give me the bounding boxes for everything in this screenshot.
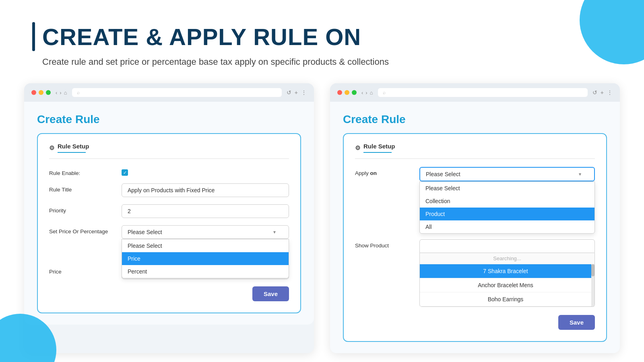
- set-price-control: Please Select ▾ Please Select Price Perc…: [122, 225, 289, 239]
- left-browser-body: Create Rule ⚙ Rule Setup Rule Enable: ✓: [24, 102, 314, 325]
- main-content: ‹ › ⌂ ⌕ ↺ + ⋮ Create Rule ⚙ Rule Setup: [0, 79, 644, 353]
- right-browser-window: ‹ › ⌂ ⌕ ↺ + ⋮ Create Rule ⚙ Rule Setup: [330, 83, 620, 353]
- right-browser-toolbar: ‹ › ⌂ ⌕ ↺ + ⋮: [330, 83, 620, 102]
- apply-on-arrow-icon: ▾: [579, 171, 581, 177]
- right-rule-card-header: ⚙ Rule Setup: [355, 143, 595, 159]
- page-title: CREATE & APPLY RULE ON: [42, 23, 361, 50]
- rule-title-row: Rule Title: [49, 183, 289, 197]
- dot-yellow[interactable]: [39, 90, 43, 95]
- nav-home-icon[interactable]: ⌂: [64, 90, 67, 96]
- rule-enable-row: Rule Enable: ✓: [49, 167, 289, 176]
- right-browser-nav: ‹ › ⌂: [361, 90, 373, 96]
- left-create-rule-title: Create Rule: [37, 113, 301, 126]
- price-label: Price: [49, 265, 114, 275]
- apply-on-select[interactable]: Please Select ▾: [419, 167, 595, 181]
- apply-on-select-wrapper: Please Select ▾ Please Select Collection…: [419, 167, 595, 234]
- show-product-label: Show Product: [355, 239, 411, 249]
- product-list-item-boho[interactable]: Boho Earrings: [420, 292, 591, 306]
- left-browser-toolbar: ‹ › ⌂ ⌕ ↺ + ⋮: [24, 83, 314, 102]
- dot-green[interactable]: [46, 90, 51, 95]
- right-nav-refresh-icon[interactable]: ↺: [592, 89, 597, 96]
- product-list-scrollbar-thumb: [591, 264, 594, 276]
- rule-enable-label: Rule Enable:: [49, 167, 114, 176]
- right-gear-icon: ⚙: [355, 144, 360, 152]
- set-price-select-wrapper: Please Select ▾ Please Select Price Perc…: [122, 225, 289, 239]
- page-subtitle: Create rule and set price or percentage …: [42, 57, 612, 67]
- right-browser-dots: [337, 90, 357, 95]
- right-save-button[interactable]: Save: [558, 315, 595, 330]
- right-tab-add-icon[interactable]: +: [601, 89, 604, 96]
- set-price-select-value: Please Select: [128, 229, 162, 235]
- apply-dropdown-please-select[interactable]: Please Select: [420, 182, 594, 195]
- priority-input[interactable]: [122, 204, 289, 218]
- browser-menu-icon[interactable]: ⋮: [301, 89, 307, 96]
- left-rule-setup-label: Rule Setup: [58, 143, 89, 150]
- show-product-control: Searching... 7 Shakra Bracelet Anchor Br…: [419, 239, 595, 307]
- left-gear-icon: ⚙: [49, 144, 54, 152]
- right-dot-yellow[interactable]: [345, 90, 349, 95]
- right-browser-body: Create Rule ⚙ Rule Setup Apply on: [330, 102, 620, 353]
- priority-control: [122, 204, 289, 218]
- show-product-row: Show Product Searching... 7 Shakra Brace…: [355, 239, 595, 307]
- product-list-item-anchor[interactable]: Anchor Bracelet Mens: [420, 278, 591, 292]
- set-price-row: Set Price Or Percentage Please Select ▾ …: [49, 225, 289, 239]
- product-list-scrollbar[interactable]: [591, 264, 594, 306]
- apply-on-value: Please Select: [426, 171, 460, 177]
- rule-enable-checkbox[interactable]: ✓: [122, 169, 128, 176]
- rule-enable-control: ✓: [122, 167, 289, 176]
- right-nav-home-icon[interactable]: ⌂: [370, 90, 373, 96]
- set-price-label: Set Price Or Percentage: [49, 225, 114, 234]
- left-browser-nav: ‹ › ⌂: [56, 90, 67, 96]
- apply-dropdown-product[interactable]: Product: [420, 208, 594, 220]
- dot-red[interactable]: [31, 90, 36, 95]
- header-bar: [32, 22, 35, 51]
- right-nav-forward-icon[interactable]: ›: [365, 90, 367, 96]
- product-list: Searching... 7 Shakra Bracelet Anchor Br…: [419, 253, 595, 307]
- check-icon: ✓: [123, 170, 127, 175]
- left-save-button[interactable]: Save: [252, 286, 289, 301]
- right-search-icon: ⌕: [383, 90, 386, 95]
- dropdown-item-percent[interactable]: Percent: [122, 265, 289, 278]
- set-price-arrow-icon: ▾: [273, 229, 276, 235]
- right-browser-menu-icon[interactable]: ⋮: [607, 89, 613, 96]
- left-browser-actions: ↺ + ⋮: [287, 89, 307, 96]
- dropdown-item-price[interactable]: Price: [122, 252, 289, 265]
- apply-dropdown-all[interactable]: All: [420, 220, 594, 233]
- left-browser-url[interactable]: ⌕: [72, 88, 282, 97]
- apply-on-dropdown: Please Select Collection Product All: [419, 181, 595, 234]
- search-icon: ⌕: [77, 90, 80, 95]
- right-browser-actions: ↺ + ⋮: [592, 89, 613, 96]
- product-list-searching: Searching...: [420, 253, 594, 264]
- right-rule-card-underline: [363, 152, 392, 153]
- tab-add-icon[interactable]: +: [295, 89, 298, 96]
- right-browser-url[interactable]: ⌕: [378, 88, 588, 97]
- set-price-select[interactable]: Please Select ▾: [122, 225, 289, 239]
- right-rule-setup-label: Rule Setup: [363, 143, 395, 150]
- set-price-dropdown: Please Select Price Percent: [122, 239, 289, 278]
- right-dot-red[interactable]: [337, 90, 342, 95]
- left-browser-dots: [31, 90, 51, 95]
- nav-forward-icon[interactable]: ›: [60, 90, 61, 96]
- dropdown-item-please-select[interactable]: Please Select: [122, 239, 289, 252]
- right-create-rule-title: Create Rule: [343, 113, 607, 126]
- right-nav-back-icon[interactable]: ‹: [361, 90, 363, 96]
- show-product-input[interactable]: [419, 239, 595, 253]
- right-dot-green[interactable]: [352, 90, 357, 95]
- apply-on-row: Apply on Please Select ▾ Please Select C…: [355, 167, 595, 234]
- right-rule-card: ⚙ Rule Setup Apply on Please Select ▾: [343, 133, 607, 342]
- apply-dropdown-collection[interactable]: Collection: [420, 195, 594, 208]
- header: CREATE & APPLY RULE ON Create rule and s…: [0, 0, 644, 79]
- rule-title-control: [122, 183, 289, 197]
- priority-label: Priority: [49, 204, 114, 214]
- nav-back-icon[interactable]: ‹: [56, 90, 57, 96]
- left-rule-card: ⚙ Rule Setup Rule Enable: ✓: [37, 133, 301, 313]
- left-rule-card-underline: [58, 152, 86, 153]
- nav-refresh-icon[interactable]: ↺: [287, 89, 291, 96]
- rule-title-input[interactable]: [122, 183, 289, 197]
- priority-row: Priority: [49, 204, 289, 218]
- left-browser-window: ‹ › ⌂ ⌕ ↺ + ⋮ Create Rule ⚙ Rule Setup: [24, 83, 314, 353]
- rule-title-label: Rule Title: [49, 183, 114, 193]
- product-list-item-7-shakra[interactable]: 7 Shakra Bracelet: [420, 264, 591, 278]
- left-rule-card-header: ⚙ Rule Setup: [49, 143, 289, 159]
- apply-on-label: Apply on: [355, 167, 411, 176]
